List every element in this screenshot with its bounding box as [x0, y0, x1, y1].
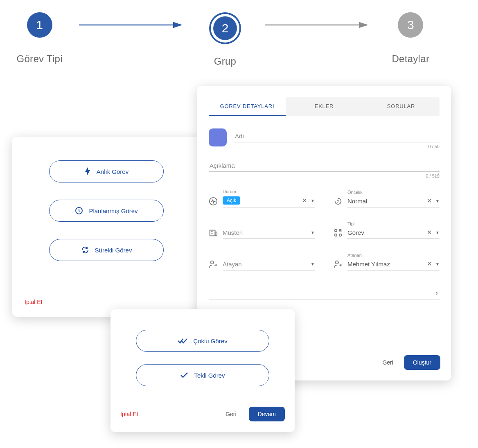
chevron-right-icon[interactable]: ›	[434, 288, 440, 297]
description-field[interactable]	[209, 158, 440, 172]
status-chip: Açık	[223, 196, 240, 205]
back-button[interactable]: Geri	[382, 359, 393, 366]
step-1: 1 Görev Tipi	[0, 12, 79, 65]
name-field[interactable]	[234, 128, 440, 142]
field-placeholder: Müşteri	[223, 229, 243, 236]
option-label: Sürekli Görev	[95, 247, 132, 254]
field-label: Durum	[223, 189, 315, 194]
field-label: Atanan	[347, 253, 440, 258]
option-label: Planlanmış Görev	[89, 207, 138, 214]
field-placeholder: Atayan	[223, 261, 242, 268]
clear-icon[interactable]: ✕	[427, 229, 432, 236]
svg-point-13	[211, 261, 214, 264]
svg-rect-8	[212, 233, 213, 234]
category-icon	[334, 228, 343, 237]
field-value: Görev	[347, 229, 364, 236]
step-circle-pending: 3	[398, 12, 423, 38]
option-label: Anlık Görev	[97, 168, 129, 175]
clear-icon[interactable]: ✕	[302, 197, 307, 204]
building-icon	[209, 228, 218, 237]
refresh-icon	[81, 246, 89, 254]
cancel-button[interactable]: İptal Et	[120, 411, 138, 417]
field-assignee[interactable]: Atanan Mehmet Yılmaz ✕▼	[334, 253, 440, 270]
next-button[interactable]: Devam	[249, 407, 285, 421]
svg-point-12	[339, 234, 342, 236]
resize-handle-icon[interactable]	[435, 171, 440, 176]
bolt-icon	[84, 167, 91, 176]
card-task-type: Anlık Görev Planlanmış Görev Sürekli Gör…	[12, 137, 201, 317]
option-planned-task[interactable]: Planlanmış Görev	[49, 200, 164, 222]
step-arrow-2	[265, 12, 371, 38]
chevron-down-icon[interactable]: ▼	[435, 230, 440, 235]
field-assigner[interactable]: Atayan ▼	[209, 253, 315, 270]
description-counter: 0 / 512	[209, 173, 440, 178]
field-priority[interactable]: Öncelik Normal ✕▼	[334, 189, 440, 207]
user-arrow-icon	[334, 260, 343, 269]
svg-rect-6	[212, 231, 213, 232]
option-multi-task[interactable]: Çoklu Görev	[136, 330, 269, 352]
field-customer[interactable]: Müşteri ▼	[209, 221, 315, 239]
step-label: Detaylar	[392, 53, 429, 65]
svg-point-14	[336, 261, 338, 264]
tab-questions[interactable]: SORULAR	[363, 97, 440, 116]
option-instant-task[interactable]: Anlık Görev	[49, 160, 164, 182]
svg-rect-9	[215, 232, 217, 236]
option-single-task[interactable]: Tekli Görev	[136, 364, 269, 386]
step-label: Görev Tipi	[16, 53, 62, 65]
svg-point-10	[335, 230, 337, 232]
svg-rect-4	[210, 230, 215, 236]
tab-task-details[interactable]: GÖREV DETAYLARI	[209, 97, 286, 116]
name-counter: 0 / 50	[234, 144, 440, 149]
clock-icon	[75, 207, 83, 215]
chevron-down-icon[interactable]: ▼	[311, 230, 315, 235]
chevron-down-icon[interactable]: ▼	[311, 262, 315, 266]
step-circle-done: 1	[27, 12, 52, 38]
tabs: GÖREV DETAYLARI EKLER SORULAR	[209, 97, 440, 116]
back-button[interactable]: Geri	[225, 411, 236, 417]
field-label: Öncelik	[347, 190, 440, 195]
cancel-button[interactable]: İptal Et	[25, 299, 43, 305]
step-arrow-1	[79, 12, 185, 38]
stepper: 1 Görev Tipi 2 Grup 3 Detaylar	[0, 4, 450, 70]
card-group: Çoklu Görev Tekli Görev İptal Et Geri De…	[110, 309, 295, 432]
field-value: Mehmet Yılmaz	[347, 261, 390, 268]
activity-icon	[209, 197, 218, 206]
svg-rect-5	[211, 231, 212, 232]
field-status[interactable]: Durum Açık ✕▼	[209, 189, 315, 207]
priority-icon	[334, 197, 343, 206]
tab-attachments[interactable]: EKLER	[286, 97, 363, 116]
option-recurring-task[interactable]: Sürekli Görev	[49, 239, 164, 261]
option-label: Çoklu Görev	[193, 338, 227, 344]
chevron-down-icon[interactable]: ▼	[435, 262, 440, 266]
expand-row[interactable]: ›	[209, 288, 440, 300]
double-check-icon	[178, 338, 187, 344]
user-arrow-icon	[209, 260, 218, 269]
create-button[interactable]: Oluştur	[404, 355, 440, 370]
svg-point-11	[335, 234, 337, 236]
step-circle-current: 2	[213, 16, 237, 40]
step-label: Grup	[214, 56, 237, 67]
chevron-down-icon[interactable]: ▼	[435, 199, 440, 203]
field-type[interactable]: Tipi Görev ✕▼	[334, 221, 440, 239]
chevron-down-icon[interactable]: ▼	[311, 198, 315, 203]
svg-rect-7	[211, 233, 212, 234]
step-2: 2 Grup	[185, 12, 264, 67]
clear-icon[interactable]: ✕	[427, 260, 432, 268]
check-icon	[180, 372, 188, 378]
field-label: Tipi	[347, 221, 440, 226]
option-label: Tekli Görev	[194, 372, 225, 379]
field-value: Normal	[347, 198, 367, 205]
step-3: 3 Detaylar	[371, 12, 450, 65]
clear-icon[interactable]: ✕	[427, 197, 432, 205]
color-picker[interactable]	[209, 128, 227, 146]
